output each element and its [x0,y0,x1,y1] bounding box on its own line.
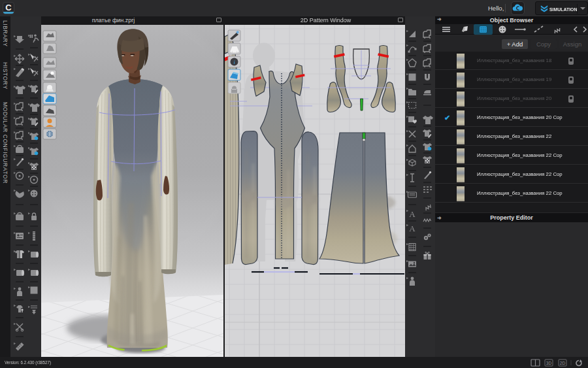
svg-text:3D: 3D [546,361,552,365]
svg-text:A: A [409,209,416,219]
svg-text:2D: 2D [560,361,566,365]
svg-text:A: A [409,224,416,233]
